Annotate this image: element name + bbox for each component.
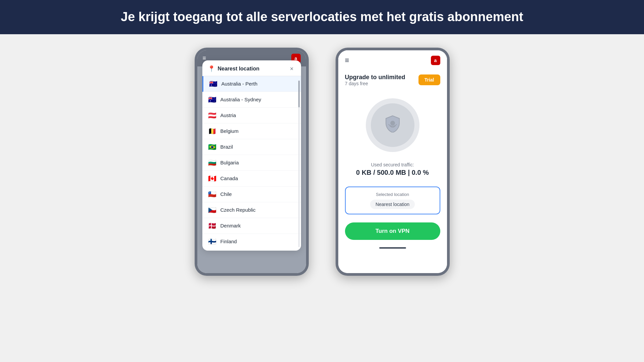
- turn-on-vpn-button[interactable]: Turn on VPN: [345, 222, 440, 240]
- phone2-avira-logo: a: [431, 56, 440, 65]
- traffic-section: Used secured traffic: 0 KB / 500.0 MB | …: [338, 159, 447, 183]
- traffic-value: 0 KB / 500.0 MB | 0.0 %: [345, 169, 440, 176]
- location-list-item[interactable]: 🇫🇷France: [202, 250, 301, 251]
- top-banner: Je krijgt toegang tot alle serverlocatie…: [0, 0, 644, 34]
- country-flag-icon: 🇧🇬: [208, 159, 217, 167]
- location-list: 🇦🇺Australia - Perth🇦🇺Australia - Sydney🇦…: [202, 76, 301, 251]
- trial-button[interactable]: Trial: [418, 74, 440, 85]
- location-pin-icon: 📍: [208, 65, 215, 72]
- location-list-item[interactable]: 🇧🇪Belgium: [202, 123, 301, 139]
- country-flag-icon: 🇦🇹: [208, 111, 217, 119]
- location-list-item[interactable]: 🇦🇺Australia - Sydney: [202, 92, 301, 108]
- country-name-label: Denmark: [220, 223, 241, 228]
- phone2-screen: ≡ a Upgrade to unlimited 7 days free Tri…: [338, 50, 447, 273]
- location-modal: 📍 Nearest location × 🇦🇺Australia - Perth…: [202, 60, 301, 251]
- location-list-item[interactable]: 🇧🇷Brazil: [202, 139, 301, 155]
- phone2-topbar: ≡ a: [338, 50, 447, 68]
- phone2-content: ≡ a Upgrade to unlimited 7 days free Tri…: [338, 50, 447, 273]
- banner-text: Je krijgt toegang tot alle serverlocatie…: [121, 9, 523, 25]
- upgrade-text-block: Upgrade to unlimited 7 days free: [345, 74, 405, 86]
- country-name-label: Austria: [220, 112, 236, 118]
- country-flag-icon: 🇩🇰: [208, 222, 217, 230]
- location-list-item[interactable]: 🇧🇬Bulgaria: [202, 155, 301, 171]
- modal-close-button[interactable]: ×: [288, 65, 296, 72]
- country-name-label: Australia - Perth: [221, 81, 258, 87]
- nearest-location-badge: Nearest location: [370, 200, 415, 209]
- modal-header: 📍 Nearest location ×: [202, 60, 301, 76]
- svg-point-0: [390, 121, 395, 125]
- selected-location-label: Selected location: [351, 192, 434, 197]
- country-name-label: Australia - Sydney: [220, 97, 261, 102]
- country-name-label: Finland: [220, 239, 237, 244]
- main-content: ≡ a 📍 Nearest location × 🇦🇺Australia: [0, 34, 644, 353]
- vpn-outer-circle: [366, 98, 419, 152]
- location-list-item[interactable]: 🇨🇦Canada: [202, 171, 301, 187]
- bottom-home-bar: [379, 247, 406, 249]
- upgrade-title: Upgrade to unlimited: [345, 74, 405, 81]
- country-flag-icon: 🇦🇺: [208, 96, 217, 104]
- location-list-item[interactable]: 🇫🇮Finland: [202, 234, 301, 250]
- phone1-screen: ≡ a 📍 Nearest location × 🇦🇺Australia: [197, 50, 306, 273]
- country-flag-icon: 🇧🇪: [208, 127, 217, 135]
- modal-header-left: 📍 Nearest location: [208, 65, 259, 72]
- phone1-background: ≡ a 📍 Nearest location × 🇦🇺Australia: [197, 50, 306, 273]
- scroll-indicator: [298, 81, 300, 247]
- country-flag-icon: 🇧🇷: [208, 143, 217, 151]
- country-name-label: Belgium: [220, 128, 239, 134]
- country-name-label: Czech Republic: [220, 207, 256, 213]
- location-list-item[interactable]: 🇨🇿Czech Republic: [202, 202, 301, 218]
- country-name-label: Chile: [220, 191, 232, 197]
- country-name-label: Brazil: [220, 144, 233, 150]
- selected-location-section[interactable]: Selected location Nearest location: [345, 187, 440, 214]
- country-flag-icon: 🇦🇺: [209, 80, 218, 88]
- upgrade-subtitle: 7 days free: [345, 81, 405, 86]
- phone2-hamburger-icon[interactable]: ≡: [345, 56, 349, 65]
- nearest-location-label: Nearest location: [218, 66, 259, 72]
- upgrade-section: Upgrade to unlimited 7 days free Trial: [338, 68, 447, 92]
- traffic-label: Used secured traffic:: [345, 162, 440, 167]
- vpn-icon-area: [338, 92, 447, 159]
- country-flag-icon: 🇨🇱: [208, 190, 217, 198]
- nearest-badge-container: Nearest location: [351, 200, 434, 209]
- vpn-shield-icon: [383, 114, 402, 136]
- country-flag-icon: 🇨🇿: [208, 206, 217, 214]
- country-flag-icon: 🇨🇦: [208, 174, 217, 183]
- phone1-mockup: ≡ a 📍 Nearest location × 🇦🇺Australia: [195, 48, 309, 276]
- location-list-item[interactable]: 🇩🇰Denmark: [202, 218, 301, 234]
- location-list-item[interactable]: 🇨🇱Chile: [202, 187, 301, 202]
- country-flag-icon: 🇫🇮: [208, 238, 217, 246]
- location-list-item[interactable]: 🇦🇹Austria: [202, 108, 301, 123]
- location-list-item[interactable]: 🇦🇺Australia - Perth: [202, 76, 301, 92]
- phone2-mockup: ≡ a Upgrade to unlimited 7 days free Tri…: [336, 48, 450, 276]
- vpn-inner-circle: [371, 103, 414, 147]
- scroll-thumb: [298, 81, 300, 107]
- country-name-label: Canada: [220, 175, 238, 181]
- country-name-label: Bulgaria: [220, 160, 239, 165]
